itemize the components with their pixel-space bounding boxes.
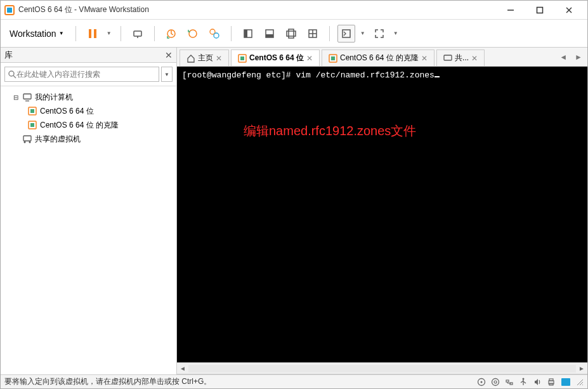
tab-close-icon[interactable]: ✕ [306, 54, 313, 63]
console-view-button[interactable] [337, 25, 355, 43]
svg-point-41 [481, 381, 483, 383]
svg-rect-7 [94, 29, 96, 38]
vm-console[interactable]: [root@wangdefeng etc]# vim /etc/named.rf… [177, 67, 587, 374]
close-button[interactable] [554, 1, 584, 19]
maximize-button[interactable] [525, 1, 554, 19]
svg-point-43 [494, 381, 497, 383]
scroll-right-icon[interactable]: ► [576, 363, 587, 374]
cd-icon[interactable] [491, 378, 500, 386]
svg-rect-17 [266, 34, 273, 37]
svg-rect-55 [561, 378, 570, 386]
usb-icon[interactable] [519, 378, 528, 386]
computer-icon [22, 92, 32, 102]
tab-centos-clone[interactable]: CentOS 6 64 位 的克隆 ✕ [322, 49, 434, 66]
shared-icon [22, 134, 32, 144]
library-search-dropdown[interactable]: ▼ [161, 67, 173, 82]
search-icon [8, 70, 16, 79]
tree-shared-vms[interactable]: 共享的虚拟机 [3, 132, 174, 146]
tab-close-icon[interactable]: ✕ [216, 54, 222, 63]
tab-scroll-left[interactable]: ◄ [557, 53, 570, 62]
pause-button[interactable] [84, 25, 101, 43]
toolbar-separator [154, 26, 155, 41]
svg-rect-26 [23, 94, 31, 99]
library-title: 库 [4, 49, 165, 61]
tree-label-shared: 共享的虚拟机 [35, 134, 81, 145]
tab-scroll-controls: ◄ ► [557, 48, 585, 66]
unity-button[interactable] [304, 25, 322, 43]
console-view-dropdown[interactable]: ▼ [359, 27, 367, 40]
workstation-menu[interactable]: Workstation ▼ [6, 26, 68, 41]
tab-close-icon[interactable]: ✕ [471, 54, 478, 63]
svg-rect-8 [134, 31, 141, 36]
svg-rect-44 [506, 380, 509, 382]
network-icon[interactable] [505, 378, 514, 386]
svg-rect-1 [7, 8, 12, 13]
tab-clone-label: CentOS 6 64 位 的克隆 [340, 53, 419, 63]
svg-rect-6 [89, 29, 91, 38]
tab-close-icon[interactable]: ✕ [421, 54, 428, 63]
snapshot-revert-button[interactable] [184, 25, 202, 43]
fullscreen-dropdown[interactable]: ▼ [392, 27, 400, 40]
snapshot-take-button[interactable] [162, 25, 180, 43]
library-close-button[interactable]: ✕ [165, 50, 173, 60]
svg-rect-38 [331, 56, 335, 60]
statusbar: 要将输入定向到该虚拟机，请在虚拟机内部单击或按 Ctrl+G。 [1, 374, 587, 388]
resize-grip-icon[interactable] [576, 378, 584, 386]
svg-rect-39 [444, 55, 452, 60]
tree-vm-centos[interactable]: CentOS 6 64 位 [3, 104, 174, 118]
view-single-button[interactable] [239, 25, 257, 43]
pause-dropdown[interactable]: ▼ [105, 27, 113, 40]
disk-icon[interactable] [477, 378, 486, 386]
view-stretch-button[interactable] [282, 25, 300, 43]
svg-point-49 [523, 378, 525, 379]
vm-icon [238, 54, 247, 63]
svg-rect-31 [30, 123, 34, 127]
vmware-app-icon [4, 5, 15, 15]
tree-label-vm2: CentOS 6 64 位 的克隆 [40, 120, 119, 131]
library-sidebar: 库 ✕ ▼ ⊟ 我的计算机 CentOS 6 64 位 CentOS 6 64 … [1, 48, 177, 374]
tab-home-label: 主页 [198, 53, 213, 63]
tree-my-computer[interactable]: ⊟ 我的计算机 [3, 90, 174, 104]
svg-rect-19 [289, 29, 294, 38]
view-console-button[interactable] [261, 25, 278, 43]
tab-scroll-right[interactable]: ► [572, 53, 585, 62]
svg-line-25 [13, 76, 16, 78]
printer-icon[interactable] [547, 378, 556, 386]
vm-icon [27, 120, 37, 130]
display-indicator-icon[interactable] [561, 378, 571, 386]
minimize-button[interactable] [496, 1, 525, 19]
tab-home[interactable]: 主页 ✕ [180, 49, 229, 66]
library-search-input[interactable] [16, 70, 156, 79]
toolbar-separator [231, 26, 232, 41]
annotation-overlay: 编辑named.rfc1912.zones文件 [244, 122, 416, 140]
tab-shared[interactable]: 共... ✕ [436, 49, 485, 66]
tree-vm-centos-clone[interactable]: CentOS 6 64 位 的克隆 [3, 118, 174, 132]
terminal[interactable]: [root@wangdefeng etc]# vim /etc/named.rf… [177, 67, 587, 362]
svg-point-42 [492, 378, 499, 385]
scroll-track[interactable] [188, 365, 576, 373]
svg-rect-29 [30, 109, 34, 113]
sound-icon[interactable] [533, 378, 542, 386]
snapshot-manager-button[interactable] [206, 25, 223, 43]
svg-line-56 [577, 379, 583, 385]
fullscreen-button[interactable] [370, 25, 388, 43]
tree-label-vm1: CentOS 6 64 位 [40, 106, 94, 117]
chevron-down-icon: ▼ [59, 30, 64, 36]
library-search-row: ▼ [1, 63, 176, 86]
tab-centos[interactable]: CentOS 6 64 位 ✕ [231, 49, 320, 66]
workstation-menu-label: Workstation [10, 29, 56, 39]
library-search[interactable] [4, 67, 159, 82]
svg-rect-53 [549, 379, 553, 381]
titlebar: CentOS 6 64 位 - VMware Workstation [1, 1, 587, 20]
svg-line-58 [582, 385, 583, 385]
send-ctrl-alt-del-button[interactable] [129, 25, 147, 43]
scroll-left-icon[interactable]: ◄ [177, 363, 188, 374]
terminal-cursor [434, 76, 440, 77]
tree-label-root: 我的计算机 [35, 92, 73, 103]
status-tray [477, 378, 584, 386]
horizontal-scrollbar[interactable]: ◄ ► [177, 362, 587, 374]
svg-rect-32 [23, 136, 31, 141]
svg-rect-18 [287, 31, 296, 36]
tree-toggle-icon[interactable]: ⊟ [12, 94, 20, 101]
vm-icon [27, 106, 37, 116]
